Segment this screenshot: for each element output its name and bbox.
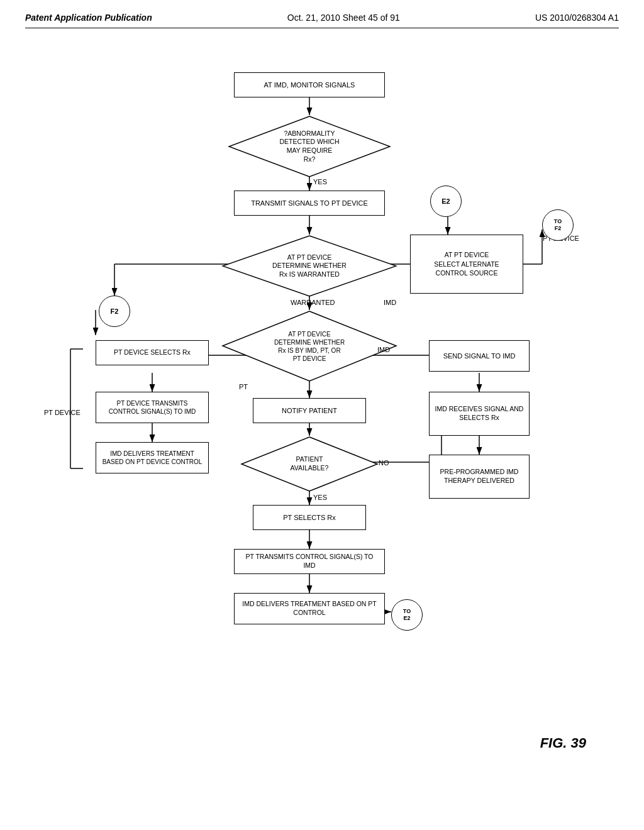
imd-receives-box: IMD RECEIVES SIGNAL AND SELECTS Rx — [429, 392, 530, 436]
pt-label: PT — [239, 383, 248, 390]
warranted-label: WARRANTED — [291, 299, 335, 306]
patient-available-label: PATIENTAVAILABLE? — [240, 436, 379, 492]
header-publication: Patent Application Publication — [25, 13, 152, 23]
notify-patient-label: NOTIFY PATIENT — [282, 406, 337, 415]
transmit-box: TRANSMIT SIGNALS TO PT DEVICE — [234, 191, 385, 216]
pt-transmits-label: PT TRANSMITS CONTROL SIGNAL(S) TO IMD — [240, 553, 379, 570]
pt-device-selects-box: PT DEVICE SELECTS Rx — [96, 340, 209, 365]
notify-patient-box: NOTIFY PATIENT — [253, 398, 366, 423]
send-signal-box: SEND SIGNAL TO IMD — [429, 340, 530, 372]
diamond3-label: AT PT DEVICEDETERMINE WHETHERRx IS BY IM… — [221, 310, 397, 382]
diamond1-box: ?ABNORMALITYDETECTED WHICHMAY REQUIRERx? — [228, 115, 391, 178]
select-alternate-box: AT PT DEVICE SELECT ALTERNATE CONTROL SO… — [410, 235, 523, 294]
to-f2-circle: TOF2 — [542, 209, 574, 241]
select-alternate-label: AT PT DEVICE SELECT ALTERNATE CONTROL SO… — [434, 250, 499, 278]
pt-device-transmits-label: PT DEVICE TRANSMITS CONTROL SIGNAL(S) TO… — [101, 399, 203, 416]
imd-label-1: IMD — [384, 299, 396, 306]
diamond2-label: AT PT DEVICEDETERMINE WHETHERRx IS WARRA… — [221, 235, 397, 297]
patient-available-box: PATIENTAVAILABLE? — [240, 436, 379, 492]
header: Patent Application Publication Oct. 21, … — [25, 13, 619, 28]
header-patent-number: US 2010/0268304 A1 — [535, 13, 619, 23]
imd-receives-label: IMD RECEIVES SIGNAL AND SELECTS Rx — [435, 405, 524, 422]
imd-delivers-pt-control-box: IMD DELIVERS TREATMENT BASED ON PT CONTR… — [234, 593, 385, 624]
pt-device-bracket-label: PT DEVICE — [44, 409, 80, 416]
pt-device-selects-label: PT DEVICE SELECTS Rx — [114, 348, 191, 357]
e2-label: E2 — [441, 197, 450, 205]
e2-circle: E2 — [430, 185, 462, 217]
imd-delivers-pt-box: IMD DELIVERS TREATMENT BASED ON PT DEVIC… — [96, 442, 209, 473]
page: Patent Application Publication Oct. 21, … — [0, 0, 644, 830]
f2-circle-top: F2 — [99, 296, 130, 327]
pt-selects-box: PT SELECTS Rx — [253, 505, 366, 530]
diamond3-box: AT PT DEVICEDETERMINE WHETHERRx IS BY IM… — [221, 310, 397, 382]
send-signal-label: SEND SIGNAL TO IMD — [443, 351, 516, 360]
diamond1-label: ?ABNORMALITYDETECTED WHICHMAY REQUIRERx? — [228, 115, 391, 178]
f2-top-label: F2 — [111, 307, 119, 315]
no-label: NO — [379, 459, 389, 467]
start-label: AT IMD, MONITOR SIGNALS — [264, 80, 355, 89]
transmit-label: TRANSMIT SIGNALS TO PT DEVICE — [251, 199, 368, 208]
yes-label-2: YES — [313, 494, 327, 501]
to-f2-label: TOF2 — [554, 218, 562, 232]
flowchart: AT IMD, MONITOR SIGNALS ?ABNORMALITYDETE… — [39, 47, 605, 789]
yes-label-1: YES — [313, 178, 327, 185]
to-e2-circle: TOE2 — [391, 599, 423, 631]
diamond2-box: AT PT DEVICEDETERMINE WHETHERRx IS WARRA… — [221, 235, 397, 297]
imd-delivers-pt-control-label: IMD DELIVERS TREATMENT BASED ON PT CONTR… — [240, 600, 379, 617]
pt-device-transmits-box: PT DEVICE TRANSMITS CONTROL SIGNAL(S) TO… — [96, 392, 209, 423]
pt-selects-label: PT SELECTS Rx — [283, 513, 336, 522]
header-date-sheet: Oct. 21, 2010 Sheet 45 of 91 — [287, 13, 400, 23]
pt-transmits-box: PT TRANSMITS CONTROL SIGNAL(S) TO IMD — [234, 549, 385, 574]
imd-delivers-pt-label: IMD DELIVERS TREATMENT BASED ON PT DEVIC… — [101, 450, 203, 466]
preprogrammed-box: PRE-PROGRAMMED IMD THERAPY DELIVERED — [429, 455, 530, 499]
start-box: AT IMD, MONITOR SIGNALS — [234, 72, 385, 97]
to-e2-label: TOE2 — [403, 608, 411, 622]
preprogrammed-label: PRE-PROGRAMMED IMD THERAPY DELIVERED — [435, 468, 524, 485]
fig-label: FIG. 39 — [540, 735, 586, 751]
